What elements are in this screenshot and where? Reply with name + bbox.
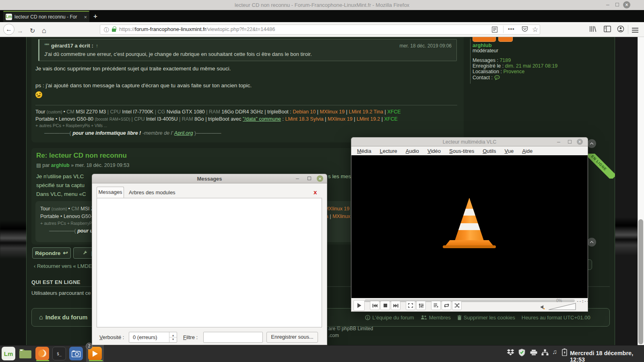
members-link[interactable]: Membres — [421, 315, 451, 321]
forum-index-link[interactable]: ⌂ Index du forum — [39, 314, 87, 321]
spin-down-icon[interactable]: ▾ — [172, 337, 174, 341]
dialog-restore-button[interactable] — [308, 177, 311, 180]
tab-modules-tree[interactable]: Arbres des modules — [129, 189, 175, 195]
account-icon[interactable] — [617, 25, 624, 33]
pocket-icon[interactable] — [522, 26, 528, 32]
files-launcher[interactable] — [19, 347, 32, 360]
reload-button[interactable]: ↻ — [30, 25, 35, 37]
vlc-menubar: Média Lecture Audio Vidéo Sous-titres Ou… — [351, 146, 588, 155]
quote-box: ““ gérard17 a écrit : ↑ mer. 18 déc. 201… — [38, 39, 457, 61]
taskbar-clock[interactable]: Mercredi 18 décembre, 12:53 — [570, 350, 644, 362]
vlc-menu-tools[interactable]: Outils — [483, 148, 496, 154]
vlc-play-button[interactable] — [353, 300, 365, 311]
dialog-close-button[interactable]: × — [317, 175, 323, 182]
scroll-top-button[interactable] — [587, 139, 596, 148]
team-link[interactable]: L'équipe du forum — [365, 315, 414, 321]
messages-log-area[interactable] — [97, 198, 322, 327]
scrollbar-thumb[interactable] — [638, 219, 643, 344]
verbosity-spinner[interactable]: 0 (erreurs) ▴▾ — [129, 332, 177, 343]
back-button[interactable]: ← — [3, 24, 14, 35]
vlc-menu-view[interactable]: Vue — [504, 148, 514, 154]
https-lock-icon[interactable] — [112, 29, 116, 32]
mint-menu-button[interactable]: Lm — [2, 347, 15, 360]
content-border-left — [26, 37, 27, 345]
firewall-shield-tray-icon[interactable] — [518, 349, 525, 356]
save-as-button[interactable]: Enregistrer sous... — [266, 332, 318, 343]
vlc-playlist-button[interactable] — [431, 301, 441, 310]
speech-bubble-icon[interactable] — [494, 75, 500, 80]
vlc-stop-button[interactable] — [380, 301, 390, 310]
quote-jump-arrow[interactable]: ↑ — [96, 43, 98, 49]
vlc-close-button[interactable]: × — [577, 139, 583, 145]
battery-tray-icon[interactable] — [562, 348, 567, 356]
tab-messages[interactable]: Messages — [97, 187, 124, 198]
vlc-menu-subtitles[interactable]: Sous-titres — [449, 148, 474, 154]
library-icon[interactable] — [589, 26, 597, 32]
clear-messages-icon[interactable]: x — [314, 189, 317, 195]
vlc-menu-media[interactable]: Média — [357, 148, 371, 154]
reply-button[interactable]: Répondre↩ — [32, 247, 71, 259]
music-tray-icon[interactable]: ♫ — [552, 348, 557, 356]
delete-cookies-link[interactable]: Supprimer les cookies — [457, 315, 515, 321]
post-title[interactable]: Re: lecteur CD non reconnu — [36, 152, 127, 160]
vlc-minimize-button[interactable]: – — [557, 138, 560, 145]
bookmark-star-icon[interactable]: ☆ — [532, 25, 538, 34]
network-tray-icon[interactable] — [541, 349, 549, 356]
post-body-line: Dans VLC, menu «C — [36, 191, 86, 197]
sidebar-toggle-icon[interactable] — [604, 26, 611, 32]
vlc-next-button[interactable] — [391, 301, 400, 310]
toolbar-separator — [628, 25, 628, 34]
home-button[interactable]: ⌂ — [42, 25, 46, 36]
tab-title: lecteur CD non reconnu - For — [14, 14, 81, 20]
vlc-menu-video[interactable]: Vidéo — [427, 148, 441, 154]
site-info-icon[interactable]: ⓘ — [104, 27, 109, 34]
scroll-top-button[interactable] — [587, 238, 596, 247]
forward-button[interactable]: → — [17, 25, 23, 37]
url-text[interactable]: https://forum-francophone-linuxmint.fr/v… — [119, 26, 275, 32]
vlc-volume-icon[interactable] — [541, 304, 546, 310]
dropbox-tray-icon[interactable] — [507, 349, 514, 356]
page-margin-left — [0, 37, 27, 345]
vlc-volume-slider[interactable] — [548, 302, 576, 310]
vlc-total-time: --:-- — [576, 298, 589, 303]
filter-input[interactable] — [203, 332, 263, 343]
timezone-label: Heures au format UTC+01.00 — [522, 315, 590, 321]
phpbb-credit-fragment: .com — [328, 333, 339, 338]
vlc-menu-audio[interactable]: Audio — [406, 148, 419, 154]
window-title: lecteur CD non reconnu - Forum-Francopho… — [0, 0, 644, 10]
post-paragraph: Je vais donc supprimer ton précédent suj… — [35, 66, 231, 72]
new-tab-button[interactable]: + — [93, 12, 97, 21]
vlc-menu-help[interactable]: Aide — [522, 148, 533, 154]
author-link[interactable]: arghlub — [51, 162, 70, 168]
vlc-menu-playback[interactable]: Lecture — [380, 148, 397, 154]
tab-close-icon[interactable]: × — [84, 14, 87, 20]
vlc-loop-button[interactable] — [442, 301, 451, 310]
screenshot-launcher[interactable] — [69, 347, 83, 360]
post-page-icon[interactable]: ▤ — [36, 162, 41, 168]
vlc-titlebar[interactable]: Lecteur multimédia VLC — [351, 137, 588, 146]
window-minimize-button[interactable]: – — [606, 1, 609, 8]
vlc-equalizer-button[interactable] — [416, 301, 426, 310]
terminal-launcher[interactable]: $_ — [52, 347, 66, 360]
page-actions-icon[interactable]: ••• — [508, 26, 515, 32]
menu-hamburger-icon[interactable] — [632, 27, 638, 34]
messages-dialog-titlebar[interactable]: Messages — [92, 174, 327, 183]
return-link[interactable]: ‹ Retourner vers « LMDE — [34, 263, 92, 269]
vlc-previous-button[interactable] — [370, 301, 380, 310]
window-close-button[interactable]: × — [623, 1, 630, 8]
urlbar-separator — [503, 26, 504, 33]
spin-up-icon[interactable]: ▴ — [172, 333, 174, 337]
printer-tray-icon[interactable] — [530, 350, 537, 356]
window-restore-button[interactable] — [615, 3, 619, 6]
vlc-restore-button[interactable] — [568, 140, 572, 144]
profile-username[interactable]: arghlub — [473, 42, 492, 48]
reader-mode-icon[interactable] — [492, 27, 497, 33]
firefox-launcher[interactable] — [35, 347, 49, 360]
browser-tab[interactable]: Lm lecteur CD non reconnu - For × — [3, 11, 89, 22]
signature-line: —————( pour une informatique libre ! -me… — [44, 130, 221, 136]
vlc-fullscreen-button[interactable] — [406, 301, 415, 310]
dialog-minimize-button[interactable]: – — [296, 175, 299, 181]
vlc-shuffle-button[interactable] — [452, 301, 462, 310]
url-path: /viewtopic.php?f=22&t=14486 — [206, 26, 275, 32]
quote-icon: ““ — [44, 42, 49, 49]
